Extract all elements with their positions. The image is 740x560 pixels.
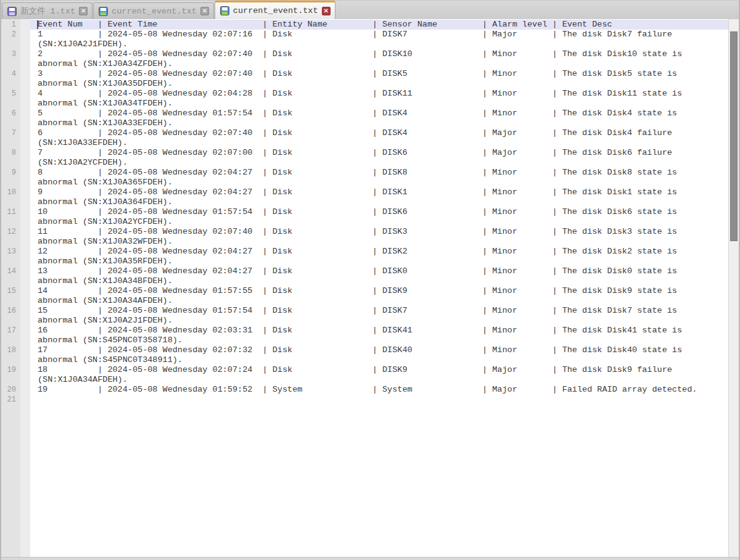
close-icon[interactable]: ✕ <box>79 7 88 15</box>
editor-line-text[interactable]: 10 | 2024-05-08 Wednesday 01:57:54 | Dis… <box>30 207 728 217</box>
editor-line-text[interactable]: abnormal (SN:X1J0A34BFDEH). <box>30 276 728 286</box>
editor-line-text[interactable]: abnormal (SN:X1J0A34ZFDEH). <box>30 59 728 69</box>
line-number: 13 <box>1 247 20 257</box>
editor-line-text[interactable]: abnormal (SN:X1J0A2J1FDEH). <box>30 316 728 326</box>
editor-line-text[interactable]: 19 | 2024-05-08 Wednesday 01:59:52 | Sys… <box>30 385 728 395</box>
editor-line: abnormal (SN:X1J0A365FDEH). <box>1 178 728 187</box>
fold-margin-cell <box>20 266 30 276</box>
editor-line-text[interactable]: (SN:X1J0A33EFDEH). <box>30 138 728 148</box>
line-number <box>1 237 20 247</box>
editor-line-text[interactable]: 11 | 2024-05-08 Wednesday 02:07:40 | Dis… <box>30 227 728 237</box>
line-number: 12 <box>1 227 20 237</box>
fold-margin-cell <box>20 227 30 237</box>
editor-line: (SN:X1J0A2J1FDEH). <box>1 39 728 49</box>
fold-margin-cell <box>20 207 30 217</box>
line-number: 2 <box>1 30 20 39</box>
line-number: 11 <box>1 207 20 217</box>
floppy-save-icon <box>99 7 108 16</box>
tab-current-event-2-active[interactable]: current_event.txt ✕ <box>215 1 335 19</box>
editor-line-text[interactable]: abnormal (SN:X1J0A364FDEH). <box>30 197 728 207</box>
fold-margin-cell <box>20 247 30 257</box>
editor-line-text[interactable]: abnormal (SN:X1J0A34TFDEH). <box>30 99 728 109</box>
editor-line-text[interactable]: 3 | 2024-05-08 Wednesday 02:07:40 | Disk… <box>30 69 728 79</box>
editor-line: 109 | 2024-05-08 Wednesday 02:04:27 | Di… <box>1 187 728 197</box>
fold-margin-cell <box>20 345 30 355</box>
editor-line-text[interactable]: abnormal (SN:S45PNC0T358718). <box>30 336 728 345</box>
line-number: 10 <box>1 187 20 197</box>
editor-line-text[interactable]: 9 | 2024-05-08 Wednesday 02:04:27 | Disk… <box>30 187 728 197</box>
editor-line-text[interactable]: abnormal (SN:X1J0A32WFDEH). <box>30 237 728 247</box>
editor-line: 1514 | 2024-05-08 Wednesday 01:57:55 | D… <box>1 286 728 296</box>
editor-line: 1312 | 2024-05-08 Wednesday 02:04:27 | D… <box>1 247 728 257</box>
line-number: 15 <box>1 286 20 296</box>
editor-line: 65 | 2024-05-08 Wednesday 01:57:54 | Dis… <box>1 109 728 118</box>
editor-line: abnormal (SN:X1J0A34TFDEH). <box>1 99 728 109</box>
fold-margin-cell <box>20 237 30 247</box>
editor-line: 1817 | 2024-05-08 Wednesday 02:07:32 | D… <box>1 345 728 355</box>
editor-line: abnormal (SN:X1J0A35RFDEH). <box>1 257 728 266</box>
editor-line: (SN:X1J0A34AFDEH). <box>1 375 728 385</box>
fold-margin-cell <box>20 20 30 30</box>
editor-line-text[interactable]: 14 | 2024-05-08 Wednesday 01:57:55 | Dis… <box>30 286 728 296</box>
editor-line-text[interactable]: abnormal (SN:S45PNC0T348911). <box>30 355 728 365</box>
editor-line: abnormal (SN:X1J0A364FDEH). <box>1 197 728 207</box>
line-number: 3 <box>1 49 20 59</box>
editor-line: 76 | 2024-05-08 Wednesday 02:07:40 | Dis… <box>1 128 728 138</box>
editor-line: 1Event Num | Event Time | Entity Name | … <box>1 20 728 30</box>
fold-margin-cell <box>20 99 30 109</box>
line-number <box>1 316 20 326</box>
line-number <box>1 39 20 49</box>
editor-line: 1413 | 2024-05-08 Wednesday 02:04:27 | D… <box>1 266 728 276</box>
editor-line: abnormal (SN:X1J0A33EFDEH). <box>1 118 728 128</box>
fold-margin-cell <box>20 158 30 168</box>
editor-line-text[interactable]: abnormal (SN:X1J0A33EFDEH). <box>30 118 728 128</box>
editor-line-text[interactable]: 4 | 2024-05-08 Wednesday 02:04:28 | Disk… <box>30 89 728 99</box>
editor-line-text[interactable]: abnormal (SN:X1J0A365FDEH). <box>30 178 728 187</box>
tab-current-event-1[interactable]: current_event.txt ✕ <box>93 2 214 19</box>
editor-line-text[interactable]: 8 | 2024-05-08 Wednesday 02:04:27 | Disk… <box>30 168 728 178</box>
editor-line-text[interactable]: 6 | 2024-05-08 Wednesday 02:07:40 | Disk… <box>30 128 728 138</box>
editor-line-text[interactable]: abnormal (SN:X1J0A34AFDEH). <box>30 296 728 306</box>
vertical-scrollbar-track[interactable] <box>728 19 739 557</box>
editor-line: 43 | 2024-05-08 Wednesday 02:07:40 | Dis… <box>1 69 728 79</box>
close-icon[interactable]: ✕ <box>322 7 331 15</box>
text-caret <box>37 20 38 29</box>
editor-line-text[interactable] <box>30 395 728 405</box>
tab-new-file-1[interactable]: 新文件 1.txt ✕ <box>2 2 92 19</box>
editor-line-text[interactable]: (SN:X1J0A2J1FDEH). <box>30 39 728 49</box>
editor-line-text[interactable]: 5 | 2024-05-08 Wednesday 01:57:54 | Disk… <box>30 109 728 118</box>
vertical-scrollbar-thumb[interactable] <box>730 31 738 241</box>
editor-line: 1110 | 2024-05-08 Wednesday 01:57:54 | D… <box>1 207 728 217</box>
editor-line: 1211 | 2024-05-08 Wednesday 02:07:40 | D… <box>1 227 728 237</box>
editor-line-text[interactable]: Event Num | Event Time | Entity Name | S… <box>30 20 728 30</box>
editor-line-text[interactable]: 16 | 2024-05-08 Wednesday 02:03:31 | Dis… <box>30 326 728 336</box>
editor-line-text[interactable]: 1 | 2024-05-08 Wednesday 02:07:16 | Disk… <box>30 30 728 39</box>
editor-line-text[interactable]: abnormal (SN:X1J0A35RFDEH). <box>30 257 728 266</box>
editor-line-text[interactable]: abnormal (SN:X1J0A35DFDEH). <box>30 79 728 89</box>
editor-line-text[interactable]: (SN:X1J0A2YCFDEH). <box>30 158 728 168</box>
editor-line-text[interactable]: 13 | 2024-05-08 Wednesday 02:04:27 | Dis… <box>30 266 728 276</box>
fold-margin-cell <box>20 49 30 59</box>
line-number <box>1 355 20 365</box>
editor-line-text[interactable]: (SN:X1J0A34AFDEH). <box>30 375 728 385</box>
line-number: 21 <box>1 395 20 405</box>
editor-line-text[interactable]: 12 | 2024-05-08 Wednesday 02:04:27 | Dis… <box>30 247 728 257</box>
fold-margin-cell <box>20 148 30 158</box>
line-number <box>1 118 20 128</box>
fold-margin-cell <box>20 286 30 296</box>
editor-line: abnormal (SN:X1J0A35DFDEH). <box>1 79 728 89</box>
editor-line-text[interactable]: 7 | 2024-05-08 Wednesday 02:07:00 | Disk… <box>30 148 728 158</box>
editor-line-text[interactable]: 2 | 2024-05-08 Wednesday 02:07:40 | Disk… <box>30 49 728 59</box>
close-icon[interactable]: ✕ <box>200 7 209 15</box>
fold-margin-cell <box>20 336 30 345</box>
fold-margin-cell <box>20 109 30 118</box>
text-editor[interactable]: 1Event Num | Event Time | Entity Name | … <box>1 19 739 557</box>
line-number: 6 <box>1 109 20 118</box>
editor-line-text[interactable]: abnormal (SN:X1J0A2YCFDEH). <box>30 217 728 227</box>
editor-line-text[interactable]: 18 | 2024-05-08 Wednesday 02:07:24 | Dis… <box>30 365 728 375</box>
line-number: 20 <box>1 385 20 395</box>
editor-line-text[interactable]: 17 | 2024-05-08 Wednesday 02:07:32 | Dis… <box>30 345 728 355</box>
editor-line: abnormal (SN:X1J0A34BFDEH). <box>1 276 728 286</box>
editor-line: 1918 | 2024-05-08 Wednesday 02:07:24 | D… <box>1 365 728 375</box>
editor-line-text[interactable]: 15 | 2024-05-08 Wednesday 01:57:54 | Dis… <box>30 306 728 316</box>
